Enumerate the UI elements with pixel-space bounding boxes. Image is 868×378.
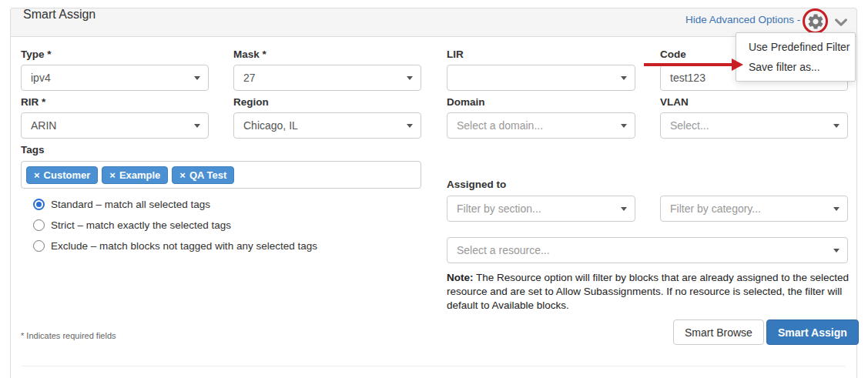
radio-standard[interactable]: Standard – match all selected tags [33, 199, 210, 210]
rir-select[interactable]: ARIN [21, 112, 209, 139]
region-select[interactable]: Chicago, IL [233, 112, 421, 139]
caret-down-icon [833, 249, 840, 253]
type-label: Type * [21, 49, 52, 60]
menu-item-save-filter-as[interactable]: Save filter as... [736, 57, 855, 77]
tags-input[interactable]: ×Customer ×Example ×QA Test [21, 161, 421, 189]
radio-label: Exclude – match blocks not tagged with a… [51, 240, 317, 252]
caret-down-icon [621, 76, 627, 80]
resource-note: Note: The Resource option will filter by… [447, 271, 853, 312]
filter-section-placeholder: Filter by section... [457, 202, 541, 215]
smart-browse-button[interactable]: Smart Browse [673, 319, 764, 345]
tag-chip[interactable]: ×Customer [26, 166, 98, 184]
region-label: Region [233, 96, 269, 108]
radio-exclude[interactable]: Exclude – match blocks not tagged with a… [33, 240, 317, 252]
type-select[interactable]: ipv4 [21, 65, 209, 91]
caret-down-icon [833, 207, 840, 211]
caret-down-icon [621, 124, 627, 128]
gear-dropdown-menu: Use Predefined Filter Save filter as... [736, 32, 856, 82]
region-value: Chicago, IL [243, 119, 298, 132]
caret-down-icon [407, 124, 413, 128]
radio-strict[interactable]: Strict – match exactly the selected tags [33, 219, 231, 231]
caret-down-icon [194, 124, 200, 128]
lir-select[interactable] [447, 65, 635, 91]
note-label: Note: [447, 272, 474, 283]
smart-assign-page: Smart Assign Hide Advanced Options - Typ… [0, 0, 868, 378]
mask-value: 27 [243, 72, 256, 84]
radio-label: Strict – match exactly the selected tags [51, 219, 231, 231]
resource-select[interactable]: Select a resource... [447, 237, 848, 263]
rir-value: ARIN [31, 119, 56, 132]
tag-label: QA Test [189, 169, 226, 181]
caret-down-icon [833, 124, 840, 128]
tag-chip[interactable]: ×Example [102, 166, 168, 184]
menu-item-use-predefined-filter[interactable]: Use Predefined Filter [736, 37, 855, 57]
mask-select[interactable]: 27 [233, 65, 421, 91]
chevron-down-icon[interactable] [833, 14, 850, 31]
remove-tag-icon[interactable]: × [179, 169, 186, 181]
gear-icon[interactable] [806, 12, 825, 31]
note-text: The Resource option will filter by block… [447, 272, 849, 311]
caret-down-icon [407, 76, 413, 80]
caret-down-icon [621, 207, 627, 211]
filter-category-select[interactable]: Filter by category... [660, 196, 848, 222]
type-value: ipv4 [31, 72, 51, 84]
tag-label: Example [119, 169, 160, 181]
lir-label: LIR [447, 49, 464, 60]
assigned-to-label: Assigned to [447, 179, 506, 190]
tag-label: Customer [44, 169, 91, 181]
filter-section-select[interactable]: Filter by section... [447, 196, 635, 222]
radio-unselected-icon[interactable] [33, 219, 45, 231]
radio-label: Standard – match all selected tags [51, 199, 210, 210]
rir-label: RIR * [21, 96, 45, 108]
footer-divider [22, 366, 846, 366]
domain-placeholder: Select a domain... [457, 119, 543, 132]
resource-placeholder: Select a resource... [457, 244, 550, 256]
vlan-select[interactable]: Select... [660, 112, 848, 139]
page-title: Smart Assign [23, 8, 96, 37]
filter-category-placeholder: Filter by category... [670, 202, 761, 215]
red-arrow-head [732, 59, 743, 71]
required-fields-note: * Indicates required fields [21, 331, 116, 340]
radio-selected-icon[interactable] [33, 199, 45, 210]
code-label: Code [660, 49, 686, 60]
tag-chip[interactable]: ×QA Test [172, 166, 234, 184]
tags-label: Tags [21, 144, 45, 156]
vlan-label: VLAN [660, 96, 689, 108]
mask-label: Mask * [233, 49, 266, 60]
caret-down-icon [194, 76, 200, 80]
remove-tag-icon[interactable]: × [34, 169, 40, 181]
remove-tag-icon[interactable]: × [109, 169, 116, 181]
domain-label: Domain [447, 96, 485, 108]
domain-select[interactable]: Select a domain... [447, 112, 635, 139]
red-arrow-annotation [644, 63, 735, 66]
smart-assign-button[interactable]: Smart Assign [766, 319, 859, 345]
hide-advanced-options-link[interactable]: Hide Advanced Options - [685, 14, 799, 25]
vlan-placeholder: Select... [670, 119, 709, 132]
radio-unselected-icon[interactable] [33, 240, 45, 252]
